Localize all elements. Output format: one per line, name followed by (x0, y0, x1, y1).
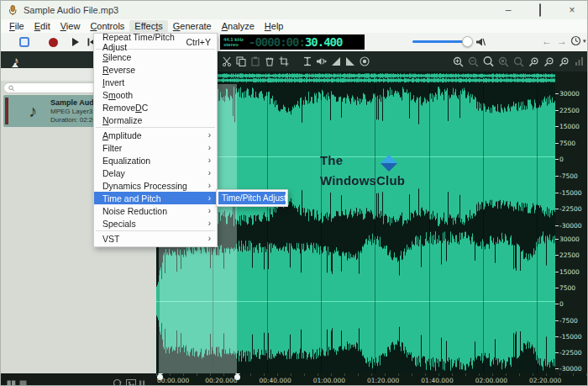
menubar-item-file[interactable]: File (4, 20, 29, 32)
trim-icon[interactable] (278, 56, 289, 67)
stop-button[interactable] (18, 35, 31, 49)
speaker-button[interactable] (474, 35, 487, 49)
zoom-reset-icon (513, 56, 524, 67)
amplitude-tick-label: -15000 (555, 189, 586, 197)
music-note-icon: ♪ (29, 102, 37, 121)
transport-toolbar: 44.1 kHz stereo -0000:00:30.400 ← → ▾ (1, 33, 588, 51)
maximize-button[interactable] (535, 4, 545, 16)
play-button[interactable] (68, 35, 81, 49)
menubar-item-view[interactable]: View (55, 20, 86, 32)
history-button[interactable]: ▾ (570, 35, 586, 46)
single-pane-icon[interactable] (19, 376, 27, 386)
menu-item-silence[interactable]: Silence (94, 50, 217, 63)
zoom-out-icon (468, 56, 479, 67)
stop-icon (19, 37, 29, 47)
amplitude-ruler: 30000225001500075000-7500-15000-22500-30… (555, 71, 586, 373)
amplitude-tick-label: 7500 (555, 140, 586, 147)
app-window: Sample Audio File.mp3 – × FileEditViewCo… (0, 0, 588, 386)
menu-item-dynamics-processing[interactable]: Dynamics Processing› (94, 179, 217, 192)
menu-bar: FileEditViewControlsEffectsGenerateAnaly… (1, 19, 588, 33)
submenu-arrow-icon: › (208, 156, 211, 165)
menu-item-smooth[interactable]: Smooth (94, 88, 217, 101)
file-item-accent-bar (5, 98, 8, 124)
menu-item-amplitude[interactable]: Amplitude› (94, 129, 217, 141)
forward-arrow-icon[interactable]: → (557, 35, 567, 47)
fade-out-icon[interactable] (344, 56, 355, 67)
menu-item-equalization[interactable]: Equalization› (94, 154, 217, 167)
zoom-full-icon[interactable] (483, 56, 494, 67)
timeline-label: 02:20.000 (529, 377, 561, 384)
edit-toolbar-left (221, 56, 370, 67)
record-button[interactable] (46, 35, 60, 49)
submenu-arrow-icon: › (208, 234, 211, 243)
timeline-label: 00:00.000 (157, 377, 189, 384)
submenu-arrow-icon: › (208, 143, 211, 152)
loop-icon[interactable] (113, 376, 122, 386)
volume-slider-thumb[interactable] (462, 36, 473, 47)
timeline-label: 02:00.000 (475, 377, 507, 384)
menu-item-time-pitch-adjust[interactable]: Time/Pitch Adjust (218, 191, 286, 205)
copy-icon[interactable] (235, 56, 246, 67)
menu-item-time-and-pitch[interactable]: Time and Pitch› (94, 192, 217, 204)
timer-display: 44.1 kHz stereo -0000:00:30.400 (220, 34, 365, 50)
menu-item-remove-dc[interactable]: Remove DC (94, 101, 217, 114)
cut-icon[interactable] (221, 56, 232, 67)
menubar-item-help[interactable]: Help (260, 20, 289, 32)
amplitude-tick-label: 0 (555, 300, 586, 308)
noise-icon[interactable] (359, 56, 370, 67)
shortcut-label: Ctrl+Y (186, 37, 211, 47)
vzoom-out-icon[interactable] (543, 56, 554, 67)
levels-icon (574, 56, 585, 67)
zoom-selection-icon (498, 56, 509, 67)
pause-icon[interactable] (139, 376, 145, 386)
amplitude-tick-label: 22500 (555, 251, 586, 259)
fade-in-icon[interactable] (330, 56, 341, 67)
volume-slider[interactable] (412, 40, 471, 44)
menu-item-vst[interactable]: VST› (94, 232, 217, 245)
vzoom-full-icon[interactable] (559, 56, 570, 67)
submenu-arrow-icon: › (208, 168, 211, 177)
tab-caret (12, 63, 18, 67)
menu-item-delay[interactable]: Delay› (94, 167, 217, 179)
menu-item-normalize[interactable]: Normalize (94, 114, 217, 126)
menu-item-filter[interactable]: Filter› (94, 141, 217, 154)
effects-menu: Repeat Time/Pitch AdjustCtrl+YSilenceRev… (93, 33, 218, 247)
timeline-label: 01:40.000 (421, 377, 453, 384)
menu-separator (96, 127, 215, 128)
back-arrow-icon[interactable]: ← (542, 35, 552, 47)
edit-toolbar (156, 51, 588, 71)
dual-pane-icon[interactable] (7, 376, 16, 386)
amplitude-tick-label: 22500 (555, 107, 586, 114)
search-icon (8, 85, 15, 92)
menu-item-reverse[interactable]: Reverse (94, 63, 217, 76)
vzoom-in-icon[interactable] (528, 56, 539, 67)
voice-icon[interactable] (316, 56, 327, 67)
timeline-ruler[interactable]: 00:00.00000:20.00000:40.00001:00.00001:2… (156, 373, 588, 386)
menubar-item-effects[interactable]: Effects (129, 20, 167, 32)
timeline-label: 00:20.000 (205, 377, 237, 384)
amplitude-tick-label: 30000 (555, 235, 586, 243)
delete-icon[interactable] (264, 56, 275, 67)
submenu-arrow-icon: › (208, 130, 211, 140)
timer-bright-digits: 30.400 (305, 35, 343, 49)
menubar-item-edit[interactable]: Edit (29, 20, 55, 32)
menubar-item-controls[interactable]: Controls (85, 20, 129, 32)
bottom-toolbar (1, 373, 156, 386)
menu-item-invert[interactable]: Invert (94, 76, 217, 88)
submenu-arrow-icon: › (208, 181, 211, 190)
menubar-item-analyze[interactable]: Analyze (217, 20, 260, 32)
watermark: The WindowsClub (320, 152, 429, 188)
close-button[interactable]: × (567, 4, 577, 16)
amplify-icon[interactable] (302, 56, 312, 67)
channel-mode-label: stereo (223, 42, 244, 47)
zoom-in-icon[interactable] (453, 56, 464, 67)
thumbnail-icon[interactable] (126, 376, 136, 386)
menu-item-noise-reduction[interactable]: Noise Reduction› (94, 204, 217, 217)
menubar-item-generate[interactable]: Generate (168, 20, 217, 32)
maximize-icon (539, 3, 541, 17)
menu-item-specials[interactable]: Specials› (94, 217, 217, 230)
menu-item-repeat-time-pitch-adjust[interactable]: Repeat Time/Pitch AdjustCtrl+Y (94, 35, 217, 48)
record-icon (49, 38, 58, 47)
minimize-button[interactable]: – (503, 4, 513, 16)
timer-dim-digits: -0000:00: (249, 35, 305, 49)
